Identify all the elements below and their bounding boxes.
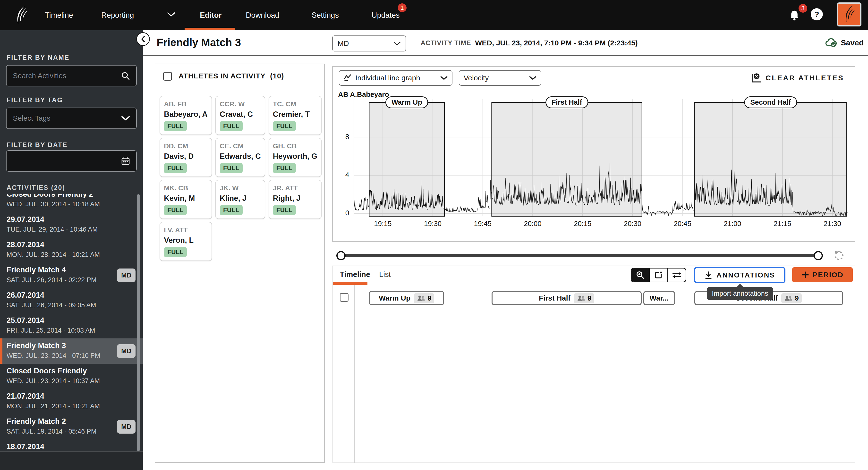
date-filter-input[interactable]: [6, 150, 137, 171]
nav-item-timeline[interactable]: Timeline: [45, 0, 73, 30]
period-bar-label: War...: [650, 294, 669, 302]
athlete-name: Cravat, C: [220, 110, 261, 119]
period-annotation-pill[interactable]: Second Half: [744, 96, 797, 108]
chevron-down-icon: [121, 116, 130, 121]
athlete-position: MK. CB: [164, 184, 208, 192]
clear-athletes-button[interactable]: CLEAR ATHLETES: [751, 72, 844, 83]
period-annotation-pill[interactable]: Warm Up: [385, 96, 428, 108]
athlete-status-badge: FULL: [220, 121, 243, 131]
header-divider: [143, 55, 868, 56]
activity-list-item[interactable]: Closed Doors Friendly 2 WED. JUL. 30, 20…: [0, 194, 143, 212]
add-period-button[interactable]: PERIOD: [792, 267, 853, 282]
period-athlete-count: 9: [428, 294, 431, 302]
athlete-card[interactable]: CE. CM Edwards, C FULL: [215, 138, 265, 177]
time-range-slider[interactable]: [341, 254, 818, 257]
notifications-bell-icon[interactable]: [789, 9, 800, 21]
athlete-card[interactable]: LV. ATT Veron, L FULL: [160, 222, 212, 261]
x-axis-tick-label: 20:00: [524, 220, 541, 228]
tab-list[interactable]: List: [379, 270, 391, 279]
x-axis-tick-label: 19:45: [474, 220, 492, 228]
nav-item-editor[interactable]: Editor: [200, 0, 222, 30]
select-all-athletes-checkbox[interactable]: [163, 72, 172, 81]
athlete-name: Kevin, M: [164, 194, 208, 203]
tab-timeline[interactable]: Timeline: [340, 270, 370, 279]
activity-list-item[interactable]: 21.07.2014 MON. JUL. 21, 2014 - 10:21 AM: [0, 389, 143, 414]
nav-item-updates[interactable]: Updates: [372, 0, 400, 30]
timeline-period-bar[interactable]: War...: [643, 291, 675, 305]
timeline-period-bar[interactable]: First Half 9: [492, 291, 642, 305]
athlete-status-badge: FULL: [273, 163, 296, 173]
sidebar-scrollbar[interactable]: [137, 194, 140, 451]
calendar-icon: [121, 157, 130, 165]
athlete-card[interactable]: CCR. W Cravat, C FULL: [215, 96, 265, 135]
swap-arrows-icon: [672, 272, 682, 278]
capture-region-icon: [654, 271, 663, 279]
metric-select[interactable]: Velocity: [459, 70, 541, 86]
saved-label: Saved: [841, 38, 864, 48]
reset-zoom-icon[interactable]: [834, 250, 845, 261]
athlete-card[interactable]: AB. FB Babeyaro, A FULL: [160, 96, 212, 135]
athlete-position: LV. ATT: [164, 226, 208, 234]
org-logo-icon: [842, 5, 856, 24]
activity-list-item[interactable]: Friendly Match 3 WED. JUL. 23, 2014 - 07…: [0, 338, 143, 364]
activity-subtitle: WED. JUL. 23, 2014 - 10:37 AM: [6, 377, 100, 385]
athlete-card[interactable]: TC. CM Cremier, T FULL: [269, 96, 322, 135]
slider-handle-start[interactable]: [336, 251, 346, 260]
help-button[interactable]: ?: [811, 8, 823, 21]
athlete-card[interactable]: GH. CB Heyworth, G FULL: [269, 138, 322, 177]
activity-title: 18.07.2014: [6, 442, 44, 451]
athlete-position: AB. FB: [164, 100, 208, 108]
athlete-status-badge: FULL: [164, 247, 187, 257]
activities-list: Closed Doors Friendly 2 WED. JUL. 30, 20…: [0, 194, 143, 451]
plus-icon: [802, 271, 809, 279]
activity-md-badge: MD: [117, 420, 135, 434]
activities-count-label: ACTIVITIES (20): [6, 184, 65, 192]
activity-list-item[interactable]: 18.07.2014: [0, 439, 143, 451]
activity-subtitle: SAT. JUL. 26, 2014 - 09:05 AM: [6, 302, 96, 309]
zoom-tool-button[interactable]: [631, 269, 650, 282]
period-annotation-pill[interactable]: First Half: [546, 96, 588, 108]
y-axis-tick-label: 4: [335, 171, 349, 179]
nav-item-reporting[interactable]: Reporting: [101, 0, 134, 30]
period-athlete-count-badge: 9: [414, 293, 434, 303]
athlete-status-badge: FULL: [273, 121, 296, 131]
sidebar-collapse-button[interactable]: [136, 32, 150, 46]
search-activities-input[interactable]: Search Activities: [6, 65, 137, 87]
nav-item-settings[interactable]: Settings: [312, 0, 339, 30]
activity-list-item[interactable]: Friendly Match 4 SAT. JUL. 26, 2014 - 02…: [0, 263, 143, 288]
x-axis-tick-label: 21:30: [824, 220, 841, 228]
select-all-periods-checkbox[interactable]: [340, 293, 348, 302]
graph-type-select[interactable]: Individual line graph: [339, 70, 453, 86]
swap-tool-button[interactable]: [668, 269, 686, 282]
period-bar-label: Warm Up: [379, 294, 411, 302]
activity-list-item[interactable]: 29.07.2014 TUE. JUL. 29, 2014 - 10:46 AM: [0, 212, 143, 238]
nav-item-download[interactable]: Download: [246, 0, 279, 30]
slider-handle-end[interactable]: [814, 251, 823, 260]
athlete-card[interactable]: MK. CB Kevin, M FULL: [160, 180, 212, 219]
activity-type-select[interactable]: MD: [332, 35, 406, 52]
activity-list-item[interactable]: 26.07.2014 SAT. JUL. 26, 2014 - 09:05 AM: [0, 288, 143, 313]
activity-list-item[interactable]: Friendly Match 2 SAT. JUL. 19, 2014 - 05…: [0, 414, 143, 439]
activity-list-item[interactable]: 28.07.2014 MON. JUL. 28, 2014 - 10:21 AM: [0, 238, 143, 263]
athlete-card[interactable]: DD. CM Davis, D FULL: [160, 138, 212, 177]
activity-list-item[interactable]: Closed Doors Friendly WED. JUL. 23, 2014…: [0, 364, 143, 389]
annotations-button[interactable]: ANNOTATIONS: [694, 267, 785, 283]
select-tags-dropdown[interactable]: Select Tags: [6, 107, 137, 129]
x-axis-tick-label: 19:15: [374, 220, 392, 228]
activity-title: 28.07.2014: [6, 240, 44, 249]
x-axis-tick-label: 20:30: [624, 220, 642, 228]
add-selection-tool-button[interactable]: [650, 269, 668, 282]
athlete-name: Veron, L: [164, 236, 208, 245]
chevron-down-icon[interactable]: [167, 12, 175, 17]
activity-md-badge: MD: [117, 344, 135, 358]
athlete-status-badge: FULL: [164, 163, 187, 173]
page-title: Friendly Match 3: [157, 36, 241, 49]
org-logo[interactable]: [837, 2, 862, 27]
velocity-chart[interactable]: AB A.Babeyaro Warm UpFirst HalfSecond Ha…: [333, 89, 855, 242]
athlete-card[interactable]: JK. W Kline, J FULL: [215, 180, 265, 219]
activity-list-item[interactable]: 25.07.2014 FRI. JUL. 25, 2014 - 10:03 AM: [0, 313, 143, 338]
athlete-card[interactable]: JR. ATT Right, J FULL: [269, 180, 322, 219]
updates-badge: 1: [398, 3, 407, 12]
athletes-grid: AB. FB Babeyaro, A FULL CCR. W Cravat, C…: [155, 89, 324, 268]
timeline-period-bar[interactable]: Warm Up 9: [369, 291, 444, 305]
